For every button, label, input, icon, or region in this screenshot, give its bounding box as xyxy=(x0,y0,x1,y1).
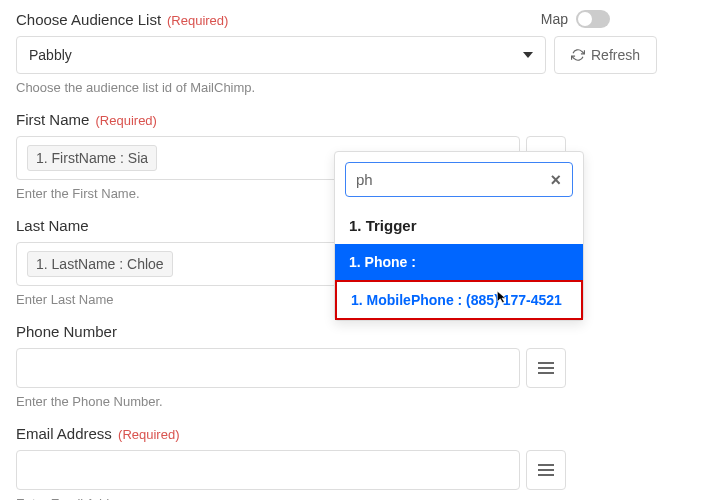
phone-input-wrapper xyxy=(16,348,566,388)
first-name-field: First Name (Required) 1. FirstName : Sia… xyxy=(16,111,710,201)
phone-field: Phone Number Enter the Phone Number. xyxy=(16,323,710,409)
email-label: Email Address xyxy=(16,425,112,442)
audience-field: Choose Audience List (Required) Map Pabb… xyxy=(16,10,710,95)
email-input-wrapper xyxy=(16,450,566,490)
email-field: Email Address (Required) Enter Email Add… xyxy=(16,425,710,500)
audience-label: Choose Audience List xyxy=(16,11,161,28)
email-input[interactable] xyxy=(16,450,520,490)
email-required: (Required) xyxy=(118,427,179,442)
first-name-label-row: First Name (Required) xyxy=(16,111,710,128)
last-name-tag[interactable]: 1. LastName : Chloe xyxy=(27,251,173,277)
email-label-row: Email Address (Required) xyxy=(16,425,710,442)
refresh-icon xyxy=(571,48,585,62)
audience-select[interactable]: Pabbly xyxy=(16,36,546,74)
phone-label: Phone Number xyxy=(16,323,710,340)
audience-label-row: Choose Audience List (Required) Map xyxy=(16,10,710,28)
phone-input[interactable] xyxy=(16,348,520,388)
first-name-label: First Name xyxy=(16,111,89,128)
dropdown-item-phone[interactable]: 1. Phone : xyxy=(335,244,583,280)
clear-icon[interactable]: × xyxy=(550,169,561,190)
field-mapper-dropdown: × 1. Trigger 1. Phone : 1. MobilePhone :… xyxy=(334,151,584,321)
first-name-input-wrapper: 1. FirstName : Sia × 1. Trigger 1. Phone… xyxy=(16,136,566,180)
map-label: Map xyxy=(541,11,568,27)
hamburger-icon xyxy=(538,362,554,374)
audience-select-value: Pabbly xyxy=(29,47,72,63)
refresh-button[interactable]: Refresh xyxy=(554,36,657,74)
email-hint: Enter Email Address. xyxy=(16,496,710,500)
first-name-tag[interactable]: 1. FirstName : Sia xyxy=(27,145,157,171)
dropdown-group-header: 1. Trigger xyxy=(335,207,583,244)
dropdown-search-wrapper: × xyxy=(335,152,583,207)
dropdown-search-input[interactable] xyxy=(345,162,573,197)
audience-hint: Choose the audience list id of MailChimp… xyxy=(16,80,710,95)
map-toggle[interactable] xyxy=(576,10,610,28)
refresh-label: Refresh xyxy=(591,47,640,63)
hamburger-icon xyxy=(538,464,554,476)
map-toggle-group: Map xyxy=(541,10,610,28)
phone-menu-button[interactable] xyxy=(526,348,566,388)
audience-required: (Required) xyxy=(167,13,228,28)
dropdown-item-mobilephone[interactable]: 1. MobilePhone : (885) 177-4521 xyxy=(335,280,583,320)
caret-down-icon xyxy=(523,52,533,58)
email-menu-button[interactable] xyxy=(526,450,566,490)
phone-hint: Enter the Phone Number. xyxy=(16,394,710,409)
first-name-required: (Required) xyxy=(96,113,157,128)
audience-input-row: Pabbly Refresh xyxy=(16,36,710,74)
dropdown-item-mobilephone-label: 1. MobilePhone : (885) 177-4521 xyxy=(351,292,562,308)
